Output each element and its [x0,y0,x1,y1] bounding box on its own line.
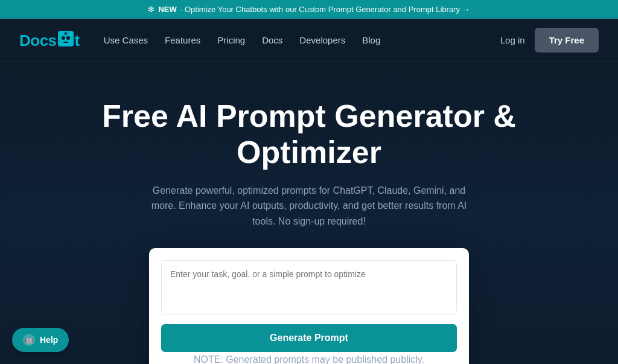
login-button[interactable]: Log in [500,35,525,45]
nav-links: Use Cases Features Pricing Docs Develope… [104,35,500,45]
help-icon: 🤖 [23,334,35,346]
announcement-text: · Optimize Your Chatbots with our Custom… [180,5,470,14]
nav-pricing[interactable]: Pricing [217,35,245,45]
hero-title: Free AI Prompt Generator & Optimizer [98,98,520,171]
nav-developers[interactable]: Developers [299,35,345,45]
generate-button[interactable]: Generate Prompt [161,324,457,352]
announcement-bar: ❇ NEW · Optimize Your Chatbots with our … [0,0,618,19]
navbar: Docs t Use Cases Features Pricing Docs D… [0,19,618,62]
help-label: Help [40,335,58,345]
help-button[interactable]: 🤖 Help [12,328,69,352]
prompt-card: Generate Prompt NOTE: Generated prompts … [149,248,469,364]
svg-rect-3 [63,42,68,43]
nav-blog[interactable]: Blog [362,35,380,45]
new-badge: NEW [158,5,176,14]
logo[interactable]: Docs t [19,30,80,50]
nav-docs[interactable]: Docs [262,35,282,45]
svg-point-1 [62,36,65,40]
try-free-button[interactable]: Try Free [535,28,599,53]
prompt-textarea[interactable] [161,260,457,315]
nav-use-cases[interactable]: Use Cases [104,35,148,45]
logo-text: Docs t [19,30,80,50]
hero-subtitle: Generate powerful, optimized prompts for… [140,183,478,229]
nav-actions: Log in Try Free [500,28,599,53]
svg-point-2 [66,36,70,40]
hero-section: Free AI Prompt Generator & Optimizer Gen… [0,62,618,364]
sparkle-icon: ❇ [148,5,154,14]
note-text: NOTE: Generated prompts may be published… [161,352,457,364]
nav-features[interactable]: Features [165,35,200,45]
